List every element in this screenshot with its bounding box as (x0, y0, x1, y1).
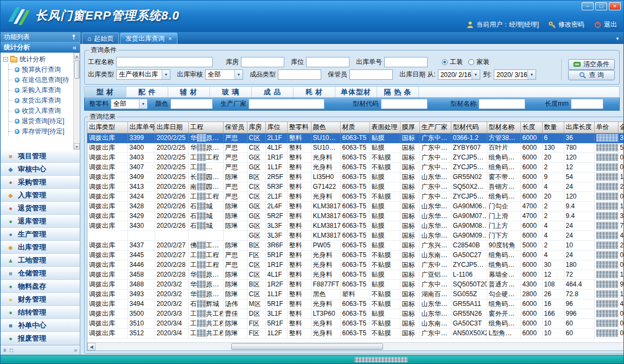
tree-item[interactable]: 发货出库查询 (3, 95, 73, 106)
sidebar-section-header[interactable]: 统计分析 « (1, 42, 80, 53)
material-tab[interactable]: 配 件 (126, 87, 168, 97)
table-row[interactable]: 调拨出库34282020/2/26石██城陈琳G区2L4F整料KLM381760… (87, 201, 624, 211)
sidebar-menu-item[interactable]: ●报废管理 (1, 332, 80, 345)
scroll-left-icon[interactable]: ◀ (87, 343, 95, 350)
material-tab[interactable]: 耗 材 (294, 87, 335, 97)
sidebar-menu-item[interactable]: ■仓储管理 (1, 267, 80, 280)
clear-conditions-button[interactable]: 清空条件 (568, 59, 615, 70)
pin-icon[interactable] (71, 34, 77, 40)
sidebar-menu-item[interactable]: ◆入库管理 (1, 189, 80, 202)
window-panel-icon[interactable]: □ (10, 347, 13, 353)
chevrons-right-icon[interactable]: » (74, 347, 77, 353)
column-header[interactable]: 材质 (340, 122, 370, 133)
table-row[interactable]: 调拨出库34932020/3/2华██原…陈琳C区1L1F整料黑色塑料不贴膜国标… (87, 289, 624, 299)
keeper-input[interactable] (349, 69, 393, 80)
column-header[interactable]: 出库单号 (128, 122, 155, 133)
column-header[interactable]: 膜厚 (400, 122, 419, 133)
sidebar-menu-item[interactable]: ●财务管理 (1, 293, 80, 306)
tree-item[interactable]: 库存管理[待定] (3, 126, 73, 137)
profile-name-input[interactable] (479, 99, 525, 109)
logout-link[interactable]: 退出 (604, 20, 617, 29)
warehouse-input[interactable] (241, 57, 284, 67)
color-input[interactable] (170, 99, 213, 109)
tree-item[interactable]: 在途信息查询[待 (3, 75, 73, 85)
project-name-input[interactable] (116, 57, 213, 67)
material-tab[interactable]: 辅 材 (168, 87, 210, 97)
sidebar-menu-item[interactable]: ●结转管理 (1, 306, 80, 319)
column-header[interactable]: 颜色 (311, 122, 340, 133)
maximize-button[interactable]: □ (595, 2, 607, 10)
tree-item[interactable]: 收货入库查询 (3, 106, 73, 116)
sidebar-menu-item[interactable]: ●退库管理 (1, 215, 80, 228)
material-tab[interactable]: 隔 热 条 (377, 87, 419, 97)
table-row[interactable]: 调拨出库34882020/3/2华██原…陈琳B区1R2F整料F8877FT60… (87, 279, 624, 289)
material-tab[interactable]: 成 品 (252, 87, 294, 97)
table-row[interactable]: 调拨出库34032020/2/25工██工程严思G区1R1F整料光身料6063-… (87, 152, 624, 162)
manufacturer-input[interactable] (249, 99, 324, 109)
tree-expander-icon[interactable]: − (3, 57, 8, 62)
tree-item[interactable]: −统计分析 (3, 54, 73, 65)
column-header[interactable]: 表面处理 (370, 122, 400, 133)
material-tab[interactable]: 单体型材 (335, 87, 377, 97)
column-header[interactable]: 型材名称 (487, 122, 520, 133)
material-tab[interactable]: 玻 璃 (210, 87, 252, 97)
table-row[interactable]: 调拨出库34462020/2/28工██工程严思C区1R1F整料光身料6063-… (87, 260, 624, 270)
date-to-picker[interactable]: 2020/ 3/16 ▼ (494, 69, 536, 80)
order-no-input[interactable] (384, 57, 428, 67)
tree-scrollbar[interactable]: ▲ ▼ (73, 53, 80, 150)
table-row[interactable]: 调拨出库34582020/2/28华██原…陈琳C区4L1F整料光身料6063-… (87, 270, 624, 279)
sidebar-menu-item[interactable]: ●采购管理 (1, 176, 80, 189)
column-header[interactable]: 出库长度 (564, 122, 594, 133)
sidebar-menu-item[interactable]: ◆出库管理 (1, 241, 80, 254)
radio-option[interactable]: 家装 (468, 58, 489, 67)
sidebar-menu-item[interactable]: ■补单中心 (1, 319, 80, 332)
sidebar-menu-item[interactable]: ●生产管理 (1, 228, 80, 241)
table-row[interactable]: 调拨出库35002020/3/3工██共工程曹佳D区3L1F整料LT3P6060… (87, 309, 624, 318)
column-header[interactable]: 金 (618, 122, 624, 133)
table-row[interactable]: 调拨出库34942020/3/2石██辉城汤伟M区5R1F整料光身料6063-T… (87, 299, 624, 309)
tab-close-icon[interactable]: × (168, 35, 171, 42)
column-header[interactable]: 单价 (594, 122, 618, 133)
table-row[interactable]: 调拨出库34072020/2/25工██…严思G区1L1F整料光身料6063-T… (87, 162, 624, 172)
column-header[interactable]: 生产厂家 (419, 122, 451, 133)
profile-code-input[interactable] (381, 99, 428, 109)
whole-part-select[interactable]: 全部 ▼ (111, 99, 148, 109)
collapse-left-icon[interactable]: « (73, 43, 77, 52)
material-tab[interactable]: 型 材 (85, 87, 126, 97)
product-type-input[interactable] (278, 69, 321, 80)
table-row[interactable]: 调拨出库33992020/2/25华██原…严思C区2L1F整料SU10…606… (87, 133, 624, 143)
column-header[interactable]: 保管员 (223, 122, 247, 133)
out-type-select[interactable]: 生产领料出库 ▼ (116, 69, 170, 80)
sidebar-menu-item[interactable]: ●退货管理 (1, 202, 80, 215)
tree-scrollbar-thumb[interactable] (74, 60, 80, 79)
table-row[interactable]: 调拨出库34132020/2/26南██园…严思C区5R3F整料G7142260… (87, 182, 624, 191)
column-header[interactable]: 长度 (520, 122, 542, 133)
table-row[interactable]: G区3L3F整料KLM38176063-T5贴膜国标山东华…GA90M09…门下… (87, 231, 624, 240)
column-header[interactable]: 整零料 (287, 122, 311, 133)
table-row[interactable]: 调拨出库34242020/2/26工██工程严思C区2L1F整料光身料6063-… (87, 191, 624, 201)
length-input[interactable] (571, 99, 603, 109)
tree-item[interactable]: 采购入库查询 (3, 85, 73, 95)
column-header[interactable]: 数量 (542, 122, 564, 133)
table-row[interactable]: 调拨出库34002020/2/25华██原…严思C区4L1F整料SU10…606… (87, 143, 624, 152)
minimize-button[interactable]: − (582, 2, 594, 10)
tab[interactable]: 发货出库查询× (120, 33, 177, 44)
tab-overflow-icon[interactable]: ▼ (615, 36, 620, 41)
change-password-link[interactable]: 修改密码 (558, 20, 584, 29)
table-row[interactable]: 调拨出库35122020/3/4工██共工程陈琳F区1L2F整料光身料6063-… (87, 328, 624, 338)
horizontal-scrollbar[interactable]: ◀ ▶ (87, 342, 624, 350)
column-header[interactable]: 库位 (265, 122, 287, 133)
sidebar-menu-item[interactable]: ■项目管理 (1, 150, 80, 163)
table-row[interactable]: 调拨出库34292020/2/26石██城陈琳G区5R2F整料KLM381760… (87, 211, 624, 221)
date-from-picker[interactable]: 2020/ 2/16 ▼ (438, 69, 480, 80)
column-header[interactable]: 出库类型 (87, 122, 128, 133)
table-row[interactable]: 调拨出库34092020/2/25长██园…陈琳B区2R5F整料LI35H060… (87, 172, 624, 182)
sidebar-menu-item[interactable]: ◆审核中心 (1, 163, 80, 176)
scroll-down-icon[interactable]: ▼ (74, 143, 80, 150)
column-header[interactable]: 工程 (188, 122, 223, 133)
close-button[interactable]: × (609, 2, 621, 10)
column-header[interactable]: 出库日期 (155, 122, 188, 133)
scroll-up-icon[interactable]: ▲ (74, 53, 80, 59)
table-row[interactable]: 调拨出库34452020/2/27工██工程严思F区5R1F整料光身料6063-… (87, 250, 624, 260)
tree-item[interactable]: 退货查询[待定] (3, 116, 73, 126)
